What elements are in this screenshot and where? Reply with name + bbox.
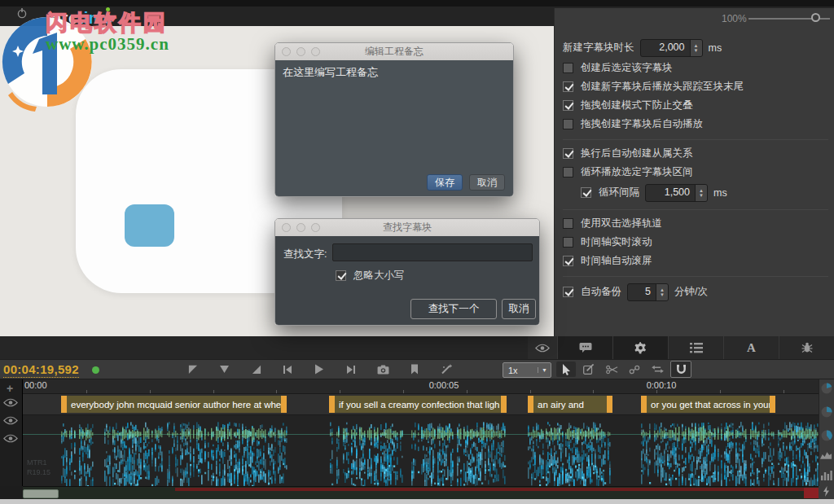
memo-dialog-titlebar[interactable]: 编辑工程备忘 bbox=[275, 43, 513, 60]
spectrogram-eye-icon[interactable] bbox=[3, 434, 20, 445]
unchecked-checkbox[interactable] bbox=[563, 237, 573, 248]
memo-cancel-button[interactable]: 取消 bbox=[469, 174, 505, 191]
number-spinner[interactable]: 5▲▼ bbox=[627, 283, 669, 301]
spectrum-view-icon[interactable] bbox=[820, 469, 832, 481]
subtitle-right-handle[interactable] bbox=[501, 396, 507, 413]
arctime-logo: arctime bbox=[52, 9, 113, 28]
subtitle-left-handle[interactable] bbox=[641, 396, 647, 413]
zoom-pie-icon-3[interactable] bbox=[820, 429, 832, 441]
checked-checkbox[interactable] bbox=[563, 100, 573, 111]
checked-checkbox[interactable] bbox=[563, 148, 573, 159]
maximize-icon[interactable] bbox=[311, 223, 320, 232]
find-dialog-titlebar[interactable]: 查找字幕块 bbox=[275, 219, 539, 236]
find-next-button[interactable]: 查找下一个 bbox=[410, 299, 497, 319]
find-cancel-button[interactable]: 取消 bbox=[502, 299, 536, 319]
scrollbar-thumb[interactable] bbox=[23, 489, 59, 498]
link-tool-icon[interactable] bbox=[625, 362, 644, 377]
snapshot-icon[interactable] bbox=[376, 363, 389, 376]
checked-checkbox[interactable] bbox=[581, 187, 591, 198]
timeline-ruler[interactable]: 00:000:00:050:00:10 bbox=[23, 379, 819, 393]
number-spinner[interactable]: 2,000▲▼ bbox=[640, 39, 703, 57]
ignore-case-row[interactable]: 忽略大小写 bbox=[336, 269, 405, 283]
unchecked-checkbox[interactable] bbox=[563, 63, 573, 73]
subtitle-left-handle[interactable] bbox=[329, 396, 335, 413]
subtitle-track-eye-icon[interactable] bbox=[3, 398, 20, 410]
spinner-arrows-icon[interactable]: ▲▼ bbox=[690, 40, 702, 56]
audio-spectrogram[interactable] bbox=[23, 415, 819, 487]
scissors-tool-icon[interactable] bbox=[602, 362, 621, 377]
tab-notes[interactable] bbox=[557, 336, 612, 359]
edit-tool-icon[interactable] bbox=[579, 362, 599, 377]
subtitle-right-handle[interactable] bbox=[607, 396, 612, 413]
settings-row: 新建字幕块时长2,000▲▼ms bbox=[563, 37, 828, 59]
next-frame-icon[interactable] bbox=[345, 363, 358, 376]
panel-eye-icon[interactable] bbox=[528, 336, 557, 359]
minimize-icon[interactable] bbox=[296, 47, 305, 56]
list-icon bbox=[690, 343, 703, 353]
move-playhead-down-icon[interactable] bbox=[217, 363, 230, 376]
lightning-icon[interactable] bbox=[820, 485, 832, 497]
subtitle-right-handle[interactable] bbox=[770, 396, 775, 413]
subtitle-track[interactable]: everybody john mcquaid senior author her… bbox=[23, 393, 819, 414]
status-green-dot bbox=[92, 366, 99, 374]
number-spinner[interactable]: 1,500▲▼ bbox=[645, 184, 708, 202]
play-icon[interactable] bbox=[313, 363, 326, 376]
memo-text-area[interactable]: 在这里编写工程备忘 保存 取消 bbox=[275, 60, 513, 197]
swap-tool-icon[interactable] bbox=[647, 362, 667, 377]
close-icon[interactable] bbox=[282, 47, 291, 56]
subtitle-block[interactable]: everybody john mcquaid senior author her… bbox=[61, 396, 287, 413]
playback-speed-select[interactable]: 1x ▼ bbox=[503, 362, 551, 378]
zoom-pie-icon-2[interactable] bbox=[820, 405, 832, 418]
bookmark-icon[interactable] bbox=[408, 363, 421, 376]
unchecked-checkbox[interactable] bbox=[563, 218, 573, 229]
unchecked-checkbox[interactable] bbox=[563, 167, 573, 177]
prev-frame-icon[interactable] bbox=[281, 363, 294, 376]
current-timecode[interactable]: 00:04:19,592 bbox=[3, 362, 79, 378]
waveform-eye-icon[interactable] bbox=[3, 416, 20, 427]
ignore-case-checkbox[interactable] bbox=[336, 270, 346, 281]
close-icon[interactable] bbox=[282, 223, 291, 232]
subtitle-block[interactable]: if you sell a creamy confection that lig… bbox=[329, 396, 507, 413]
unchecked-checkbox[interactable] bbox=[563, 119, 573, 129]
settings-label: 时间轴自动滚屏 bbox=[581, 254, 652, 268]
minimize-icon[interactable] bbox=[296, 223, 305, 232]
tab-debug[interactable] bbox=[779, 336, 834, 359]
magnet-tool-icon[interactable] bbox=[670, 361, 691, 378]
subtitle-left-handle[interactable] bbox=[528, 396, 533, 413]
subtitle-right-handle[interactable] bbox=[281, 396, 287, 413]
spinner-value[interactable]: 5 bbox=[628, 284, 656, 300]
tab-settings[interactable] bbox=[612, 336, 668, 359]
maximize-icon[interactable] bbox=[311, 47, 320, 56]
settings-label: 使用双击选择轨道 bbox=[581, 217, 662, 230]
settings-label: 新建字幕块时长 bbox=[563, 41, 634, 55]
add-track-icon[interactable]: + bbox=[7, 382, 13, 395]
settings-group-2: 换行后自动创建从属关系循环播放选定字幕块区间循环间隔1,500▲▼ms bbox=[563, 139, 828, 209]
timeline-scrollbar[interactable] bbox=[23, 486, 819, 499]
spinner-value[interactable]: 2,000 bbox=[641, 40, 690, 56]
subtitle-block[interactable]: or you get that across in your bbox=[641, 396, 775, 413]
save-button[interactable]: 保存 bbox=[427, 174, 463, 191]
spinner-arrows-icon[interactable]: ▲▼ bbox=[695, 185, 707, 201]
checked-checkbox[interactable] bbox=[563, 256, 573, 266]
jump-next-subtitle-icon[interactable] bbox=[249, 363, 262, 376]
checked-checkbox[interactable] bbox=[563, 81, 573, 92]
zoom-pie-icon-1[interactable] bbox=[820, 382, 832, 394]
find-text-input[interactable] bbox=[332, 243, 533, 261]
spinner-value[interactable]: 1,500 bbox=[646, 185, 695, 201]
waveform-view-icon[interactable] bbox=[820, 449, 832, 461]
subtitle-block[interactable]: an airy and bbox=[528, 396, 612, 413]
settings-label: 拖拽创建字幕块后自动播放 bbox=[581, 117, 703, 131]
spinner-arrows-icon[interactable]: ▲▼ bbox=[656, 284, 668, 300]
jump-prev-subtitle-icon[interactable] bbox=[186, 363, 199, 376]
subtitle-left-handle[interactable] bbox=[61, 396, 67, 413]
settings-row: 时间轴自动滚屏 bbox=[563, 252, 828, 270]
pointer-tool-icon[interactable] bbox=[556, 362, 576, 377]
settings-label: 换行后自动创建从属关系 bbox=[581, 147, 693, 160]
tab-subtitle-list[interactable] bbox=[668, 336, 723, 359]
magic-wand-icon[interactable] bbox=[440, 363, 453, 376]
tab-font-style[interactable]: A bbox=[723, 336, 779, 359]
zoom-slider-knob[interactable] bbox=[811, 13, 820, 22]
power-icon[interactable] bbox=[16, 7, 28, 19]
audio-track bbox=[23, 414, 819, 486]
checked-checkbox[interactable] bbox=[563, 287, 573, 297]
